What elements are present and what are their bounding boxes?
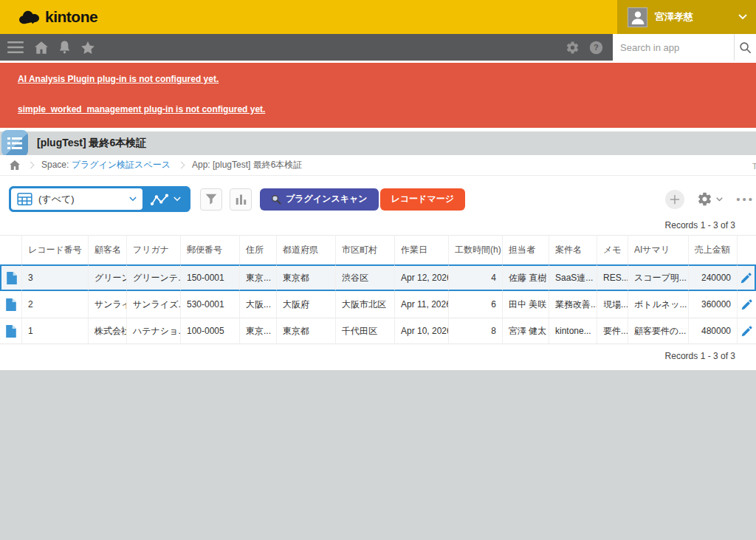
column-header: 市区町村	[336, 235, 395, 264]
record-detail-icon[interactable]	[0, 318, 22, 344]
kintone-logo[interactable]: kintone	[0, 8, 97, 26]
user-menu[interactable]: 宮澤孝慈	[617, 0, 756, 34]
favorites-star-icon[interactable]	[81, 41, 94, 54]
search-input[interactable]	[613, 34, 734, 61]
alert-link-simple-worked-management[interactable]: simple_worked_management plug-in is not …	[18, 105, 265, 114]
cell-work-date: Apr 12, 2026	[395, 264, 449, 291]
record-merge-button[interactable]: レコードマージ	[380, 188, 465, 211]
activity-chart-icon	[151, 193, 168, 206]
records-count-bottom: Records 1 - 3 of 3	[0, 351, 756, 361]
cell-furigana: ハテナショ...	[127, 318, 181, 344]
magnifier-icon	[271, 194, 281, 205]
cell-ai-summary: スコープ明...	[628, 264, 689, 291]
column-header: 案件名	[549, 235, 597, 264]
add-record-button[interactable]	[665, 190, 684, 209]
column-header: フリガナ	[127, 235, 181, 264]
cell-city: 千代田区	[336, 318, 395, 344]
cell-record-no: 3	[22, 264, 89, 291]
app-header: [plugTest] 最終6本検証	[0, 131, 756, 155]
cell-zip: 530-0001	[181, 291, 240, 318]
help-icon[interactable]: ?	[589, 41, 603, 55]
cell-address: 東京...	[240, 318, 277, 344]
notifications-bell-icon[interactable]	[59, 41, 70, 54]
column-header: 工数時間(h)	[449, 235, 503, 264]
chevron-down-icon	[129, 196, 137, 202]
chart-view-toggle[interactable]	[142, 188, 188, 210]
breadcrumb-edge-fragment: T	[752, 162, 756, 169]
breadcrumb-space-prefix: Space:	[41, 160, 72, 170]
avatar	[628, 7, 647, 27]
cell-furigana: グリーンテ...	[127, 264, 181, 291]
svg-text:?: ?	[594, 43, 599, 52]
top-bar: kintone 宮澤孝慈	[0, 0, 756, 34]
cell-ai-summary: ボトルネッ...	[628, 291, 689, 318]
table-row[interactable]: 3 グリーン... グリーンテ... 150-0001 東京... 東京都 渋谷…	[0, 264, 756, 291]
column-header-edit	[738, 235, 756, 264]
breadcrumb: Space: プラグイン検証スペース App: [plugTest] 最終6本検…	[0, 155, 756, 176]
cell-customer: 株式会社...	[89, 318, 127, 344]
filter-button[interactable]	[200, 188, 222, 211]
graph-button[interactable]	[230, 188, 252, 211]
edit-record-pencil-icon[interactable]	[738, 264, 756, 291]
cell-assignee: 佐藤 直樹	[503, 264, 549, 291]
cell-hours: 4	[449, 264, 503, 291]
cell-memo: RES...	[597, 264, 628, 291]
record-list-table: レコード番号 顧客名 フリガナ 郵便番号 住所 都道府県 市区町村 作業日 工数…	[0, 235, 756, 344]
cell-work-date: Apr 11, 2026	[395, 291, 449, 318]
column-header: AIサマリ	[628, 235, 689, 264]
records-count-top: Records 1 - 3 of 3	[0, 220, 756, 230]
cell-hours: 6	[449, 291, 503, 318]
cell-record-no: 1	[22, 318, 89, 344]
cell-record-no: 2	[22, 291, 89, 318]
column-header: 作業日	[395, 235, 449, 264]
more-options-button[interactable]: •••	[736, 193, 755, 205]
settings-gear-icon[interactable]	[566, 41, 580, 55]
view-toolbar: (すべて) プラグインスキャン	[0, 176, 756, 212]
column-header: レコード番号	[22, 235, 89, 264]
cell-customer: グリーン...	[89, 264, 127, 291]
cell-sales: 360000	[689, 291, 738, 318]
cell-zip: 150-0001	[181, 264, 240, 291]
table-header-row: レコード番号 顧客名 フリガナ 郵便番号 住所 都道府県 市区町村 作業日 工数…	[0, 235, 756, 264]
cell-city: 大阪市北区	[336, 291, 395, 318]
plugin-scan-button[interactable]: プラグインスキャン	[260, 188, 379, 211]
table-row[interactable]: 2 サンライ... サンライズ... 530-0001 大阪... 大阪府 大阪…	[0, 291, 756, 318]
column-header-icon	[0, 235, 22, 264]
app-settings-dropdown[interactable]	[697, 191, 723, 207]
column-header: 郵便番号	[181, 235, 240, 264]
cell-hours: 8	[449, 318, 503, 344]
kintone-logo-text: kintone	[45, 8, 97, 26]
toolbar-right: •••	[665, 190, 746, 209]
cell-project: 業務改善...	[549, 291, 597, 318]
cell-address: 東京...	[240, 264, 277, 291]
alert-link-ai-analysis[interactable]: AI Analysis Plugin plug-in is not config…	[18, 75, 219, 83]
column-header: 売上金額	[689, 235, 738, 264]
app-icon[interactable]	[1, 130, 28, 157]
record-detail-icon[interactable]	[0, 291, 22, 318]
home-icon[interactable]	[35, 41, 48, 54]
table-row[interactable]: 1 株式会社... ハテナショ... 100-0005 東京... 東京都 千代…	[0, 318, 756, 344]
view-selector[interactable]: (すべて)	[11, 188, 142, 210]
breadcrumb-app-item: App: [plugTest] 最終6本検証	[192, 159, 302, 171]
view-selector-value: (すべて)	[38, 193, 123, 206]
view-selector-group: (すべて)	[9, 186, 190, 212]
column-header: 担当者	[503, 235, 549, 264]
edit-record-pencil-icon[interactable]	[738, 291, 756, 318]
search-button[interactable]	[734, 34, 756, 61]
breadcrumb-space-item: Space: プラグイン検証スペース	[41, 159, 171, 171]
breadcrumb-home-icon[interactable]	[10, 160, 20, 170]
cell-sales: 240000	[689, 264, 738, 291]
menu-icon[interactable]	[7, 41, 24, 53]
table-view-icon	[17, 193, 32, 205]
record-detail-icon[interactable]	[0, 264, 22, 291]
cell-assignee: 宮澤 健太	[503, 318, 549, 344]
breadcrumb-separator	[178, 162, 185, 169]
edit-record-pencil-icon[interactable]	[738, 318, 756, 344]
cell-sales: 480000	[689, 318, 738, 344]
breadcrumb-separator	[27, 162, 35, 169]
column-header: 住所	[240, 235, 277, 264]
cell-customer: サンライ...	[89, 291, 127, 318]
app-search-box	[613, 34, 756, 61]
breadcrumb-space-link[interactable]: プラグイン検証スペース	[72, 160, 171, 170]
user-name: 宮澤孝慈	[655, 10, 731, 24]
